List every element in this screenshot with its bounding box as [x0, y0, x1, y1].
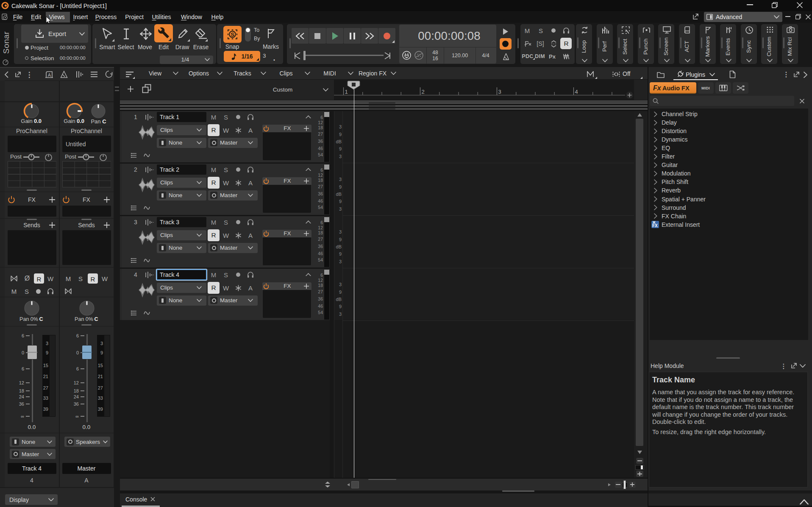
svg-text:A: A [48, 72, 51, 78]
svg-text:S: S [231, 31, 234, 38]
